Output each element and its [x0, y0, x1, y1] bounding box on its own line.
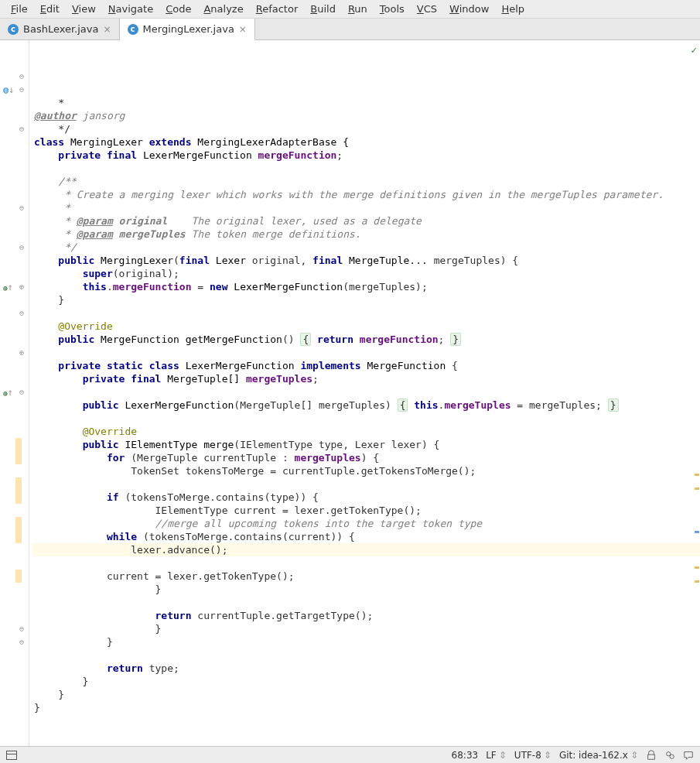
gutter[interactable]: ⊖◍↓⊖⊖⊖⊖◍↑⊕⊖⊕◍↑⊖⊖⊖: [0, 40, 29, 746]
vcs-change-marker[interactable]: [15, 530, 22, 543]
code-line[interactable]: //merge all upcoming tokens into the tar…: [32, 517, 700, 530]
code-line[interactable]: * @param mergeTuples The token merge def…: [32, 228, 700, 241]
git-branch[interactable]: Git: idea-162.x⇕: [559, 750, 638, 761]
fold-toggle[interactable]: ⊖: [0, 122, 27, 135]
code-line[interactable]: }: [32, 583, 700, 596]
code-line[interactable]: [32, 412, 700, 425]
code-line[interactable]: }: [32, 688, 700, 701]
code-line[interactable]: }: [32, 635, 700, 648]
menu-tools[interactable]: Tools: [374, 2, 411, 16]
caret-position[interactable]: 68:33: [452, 750, 479, 761]
code-line[interactable]: public MergeFunction getMergeFunction() …: [32, 333, 700, 346]
close-icon[interactable]: ×: [239, 24, 247, 35]
code-line[interactable]: /**: [32, 175, 700, 188]
code-line[interactable]: class MergingLexer extends MergingLexerA…: [32, 135, 700, 149]
menu-edit[interactable]: Edit: [34, 2, 66, 16]
code-line[interactable]: return type;: [32, 662, 700, 675]
code-line[interactable]: @author jansorg: [32, 109, 700, 122]
fold-toggle[interactable]: ⊖: [0, 622, 27, 635]
menu-window[interactable]: Window: [443, 2, 495, 16]
tab-merginglexer-java[interactable]: cMergingLexer.java×: [120, 19, 255, 40]
vcs-change-marker[interactable]: [15, 438, 22, 451]
code-line[interactable]: *: [32, 96, 700, 109]
fold-toggle[interactable]: ⊖: [0, 201, 27, 214]
code-line[interactable]: [32, 648, 700, 662]
code-line[interactable]: IElementType current = lexer.getTokenTyp…: [32, 504, 700, 517]
class-gutter-icon[interactable]: ◍↓⊖: [0, 83, 27, 96]
menu-vcs[interactable]: VCS: [411, 2, 443, 16]
menu-run[interactable]: Run: [342, 2, 374, 16]
code-line[interactable]: private static class LexerMergeFunction …: [32, 359, 700, 372]
code-line[interactable]: */: [32, 241, 700, 254]
code-line[interactable]: current = lexer.getTokenType();: [32, 570, 700, 583]
menu-build[interactable]: Build: [304, 2, 342, 16]
tab-label: MergingLexer.java: [143, 23, 234, 35]
code-line[interactable]: [32, 162, 700, 175]
menu-analyze[interactable]: Analyze: [197, 2, 249, 16]
code-line[interactable]: @Override: [32, 425, 700, 438]
notifications-icon[interactable]: [664, 750, 675, 761]
tool-windows-icon[interactable]: [6, 751, 17, 760]
file-encoding[interactable]: UTF-8⇕: [514, 750, 551, 761]
code-line[interactable]: }: [32, 675, 700, 688]
fold-toggle[interactable]: ⊖: [0, 241, 27, 254]
code-line[interactable]: private final LexerMergeFunction mergeFu…: [32, 149, 700, 162]
tab-bashlexer-java[interactable]: cBashLexer.java×: [0, 19, 120, 39]
code-line[interactable]: }: [32, 622, 700, 635]
code-editor[interactable]: ✓ *@author jansorg */class MergingLexer …: [29, 40, 700, 746]
code-line[interactable]: [32, 346, 700, 359]
code-line[interactable]: lexer.advance();: [32, 543, 700, 556]
vcs-change-marker[interactable]: [15, 451, 22, 464]
error-stripe[interactable]: [692, 40, 700, 746]
code-line[interactable]: public IElementType merge(IElementType t…: [32, 438, 700, 451]
lock-icon[interactable]: [646, 750, 657, 761]
code-line[interactable]: if (tokensToMerge.contains(type)) {: [32, 491, 700, 504]
menubar: FileEditViewNavigateCodeAnalyzeRefactorB…: [0, 0, 700, 19]
code-line[interactable]: */: [32, 122, 700, 135]
code-line[interactable]: while (tokensToMerge.contains(current)) …: [32, 530, 700, 543]
tab-bar: cBashLexer.java×cMergingLexer.java×: [0, 19, 700, 40]
vcs-change-marker[interactable]: [15, 517, 22, 530]
menu-file[interactable]: File: [5, 2, 34, 16]
code-line[interactable]: }: [32, 701, 700, 714]
code-line[interactable]: super(original);: [32, 267, 700, 280]
code-line[interactable]: return currentTuple.getTargetType();: [32, 609, 700, 622]
tab-label: BashLexer.java: [23, 23, 99, 35]
vcs-change-marker[interactable]: [15, 477, 22, 491]
code-line[interactable]: * @param original The original lexer, us…: [32, 214, 700, 228]
code-line[interactable]: for (MergeTuple currentTuple : mergeTupl…: [32, 451, 700, 464]
fold-toggle[interactable]: ⊖: [0, 306, 27, 320]
java-class-icon: c: [128, 24, 138, 35]
close-icon[interactable]: ×: [104, 24, 111, 35]
code-line[interactable]: [32, 306, 700, 320]
code-line[interactable]: }: [32, 293, 700, 306]
java-class-icon: c: [8, 24, 19, 35]
code-line[interactable]: this.mergeFunction = new LexerMergeFunct…: [32, 280, 700, 293]
override-gutter-icon[interactable]: ◍↑⊖: [0, 385, 27, 399]
menu-navigate[interactable]: Navigate: [102, 2, 159, 16]
menu-refactor[interactable]: Refactor: [250, 2, 305, 16]
code-line[interactable]: public LexerMergeFunction(MergeTuple[] m…: [32, 399, 700, 412]
code-line[interactable]: * Create a merging lexer which works wit…: [32, 188, 700, 201]
code-line[interactable]: private final MergeTuple[] mergeTuples;: [32, 372, 700, 385]
code-line[interactable]: [32, 556, 700, 570]
override-gutter-icon[interactable]: ◍↑⊕: [0, 280, 27, 293]
vcs-change-marker[interactable]: [15, 491, 22, 504]
code-line[interactable]: [32, 596, 700, 609]
fold-toggle[interactable]: ⊖: [0, 70, 27, 83]
menu-help[interactable]: Help: [495, 2, 531, 16]
fold-toggle[interactable]: ⊕: [0, 346, 27, 359]
code-line[interactable]: [32, 477, 700, 491]
chat-icon[interactable]: [683, 750, 694, 761]
menu-view[interactable]: View: [66, 2, 102, 16]
code-line[interactable]: @Override: [32, 320, 700, 333]
line-separator[interactable]: LF⇕: [486, 750, 507, 761]
code-line[interactable]: *: [32, 201, 700, 214]
code-line[interactable]: [32, 385, 700, 399]
vcs-change-marker[interactable]: [15, 570, 22, 583]
menu-code[interactable]: Code: [159, 2, 197, 16]
editor-area: ⊖◍↓⊖⊖⊖⊖◍↑⊕⊖⊕◍↑⊖⊖⊖ ✓ *@author jansorg */c…: [0, 40, 700, 746]
code-line[interactable]: TokenSet tokensToMerge = currentTuple.ge…: [32, 464, 700, 477]
fold-toggle[interactable]: ⊖: [0, 635, 27, 648]
code-line[interactable]: public MergingLexer(final Lexer original…: [32, 254, 700, 267]
